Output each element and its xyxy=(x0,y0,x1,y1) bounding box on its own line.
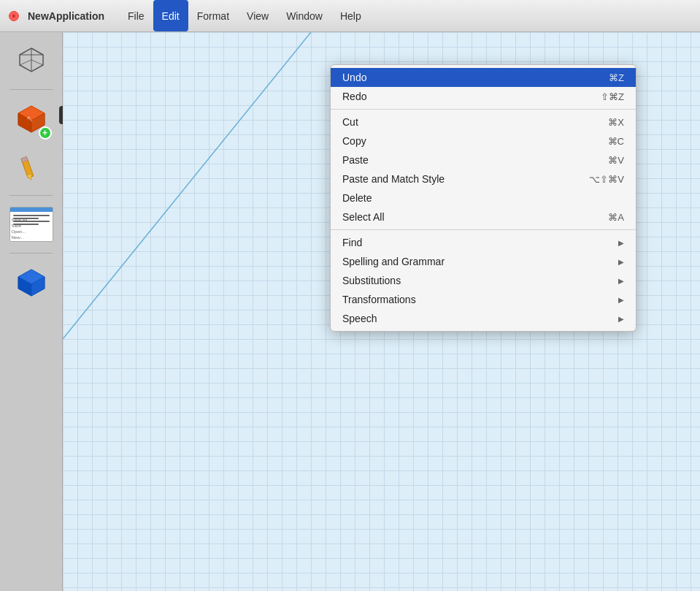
menu-item-transformations[interactable]: Transformations ▶ xyxy=(331,290,636,309)
menu-item-spelling[interactable]: Spelling and Grammar ▶ xyxy=(331,252,636,271)
title-bar: NewApplication File Edit Format View Win… xyxy=(0,0,700,32)
app-title: NewApplication xyxy=(28,10,104,22)
svg-text:↖: ↖ xyxy=(26,114,34,124)
sidebar-icon-pencil[interactable] xyxy=(11,145,52,186)
menu-file[interactable]: File xyxy=(119,0,153,31)
main-area: ↖ + First Responder xyxy=(0,32,700,591)
menu-section-advanced: Find ▶ Spelling and Grammar ▶ Substituti… xyxy=(331,229,636,331)
menu-window[interactable]: Window xyxy=(277,0,331,31)
plus-badge: + xyxy=(39,126,52,140)
menu-item-substitutions[interactable]: Substitutions ▶ xyxy=(331,271,636,290)
sidebar-icon-first-responder[interactable]: ↖ + First Responder xyxy=(11,99,52,140)
menu-section-undo: Undo ⌘Z Redo ⇧⌘Z xyxy=(331,65,636,109)
close-button[interactable] xyxy=(9,11,19,21)
menu-bar: File Edit Format View Window Help xyxy=(119,0,370,31)
sidebar-divider-2 xyxy=(9,195,53,196)
menu-item-paste[interactable]: Paste ⌘V xyxy=(331,150,636,169)
edit-dropdown-menu: Undo ⌘Z Redo ⇧⌘Z Cut ⌘X Copy ⌘C Paste ⌘V xyxy=(330,64,636,332)
sidebar: ↖ + First Responder xyxy=(0,32,63,591)
thumbnail-preview: New... Open... Save Save As... xyxy=(9,207,53,242)
svg-line-4 xyxy=(31,60,43,65)
menu-item-cut[interactable]: Cut ⌘X xyxy=(331,113,636,131)
menu-item-redo[interactable]: Redo ⇧⌘Z xyxy=(331,87,636,106)
menu-item-speech[interactable]: Speech ▶ xyxy=(331,309,636,328)
menu-help[interactable]: Help xyxy=(331,0,370,31)
sidebar-icon-document[interactable]: New... Open... Save Save As... xyxy=(7,205,56,244)
svg-line-17 xyxy=(63,32,311,339)
menu-item-paste-match[interactable]: Paste and Match Style ⌥⇧⌘V xyxy=(331,169,636,188)
menu-item-copy[interactable]: Copy ⌘C xyxy=(331,131,636,150)
svg-line-3 xyxy=(20,60,31,65)
menu-item-select-all[interactable]: Select All ⌘A xyxy=(331,207,636,226)
menu-item-delete[interactable]: Delete xyxy=(331,188,636,207)
sidebar-divider-3 xyxy=(9,253,53,253)
menu-format[interactable]: Format xyxy=(188,0,238,31)
menu-item-undo[interactable]: Undo ⌘Z xyxy=(331,68,636,87)
menu-item-find[interactable]: Find ▶ xyxy=(331,233,636,252)
menu-edit[interactable]: Edit xyxy=(153,0,188,31)
sidebar-icon-blue-cube[interactable] xyxy=(11,262,52,303)
menu-section-clipboard: Cut ⌘X Copy ⌘C Paste ⌘V Paste and Match … xyxy=(331,109,636,229)
sidebar-divider-1 xyxy=(9,89,53,90)
sidebar-icon-cube-outline[interactable] xyxy=(11,39,52,80)
menu-view[interactable]: View xyxy=(238,0,277,31)
